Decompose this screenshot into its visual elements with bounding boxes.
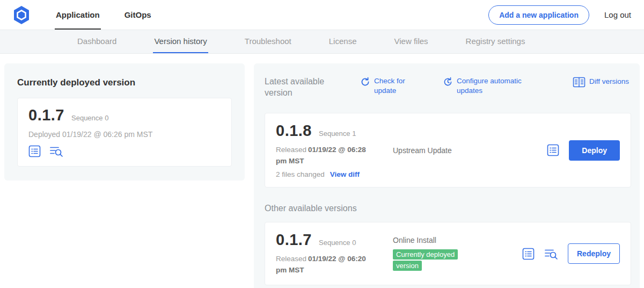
released-label: Released bbox=[276, 146, 306, 154]
top-nav: Application GitOps Add a new application… bbox=[0, 0, 644, 30]
sub-nav: Dashboard Version history Troubleshoot L… bbox=[0, 30, 644, 54]
release-notes-icon[interactable] bbox=[28, 145, 41, 157]
latest-version-card: 0.1.8 Sequence 1 Released01/19/22 @ 06:2… bbox=[265, 113, 631, 188]
latest-version-source: Upstream Update bbox=[393, 146, 547, 155]
other-version-info: 0.1.7 Sequence 0 Released01/19/22 @ 06:2… bbox=[276, 231, 393, 276]
other-version-source: Online Install Currently deployed versio… bbox=[393, 236, 522, 272]
check-for-update-link[interactable]: Check for update bbox=[360, 76, 409, 96]
tab-application[interactable]: Application bbox=[55, 0, 101, 30]
diff-icon bbox=[573, 77, 586, 88]
preview-files-icon[interactable] bbox=[49, 145, 63, 157]
configure-automatic-updates-link[interactable]: Configure automatic updates bbox=[443, 76, 525, 96]
currently-deployed-badge: Currently deployed version bbox=[393, 249, 458, 271]
top-tabs: Application GitOps bbox=[55, 0, 175, 30]
main-content: Currently deployed version 0.1.7 Sequenc… bbox=[0, 54, 644, 288]
deployed-version-card: 0.1.7 Sequence 0 Deployed 01/19/22 @ 06:… bbox=[17, 98, 232, 167]
currently-deployed-panel: Currently deployed version 0.1.7 Sequenc… bbox=[4, 63, 245, 181]
available-versions-panel: Latest available version Check for updat… bbox=[254, 63, 640, 288]
subnav-item-dashboard[interactable]: Dashboard bbox=[76, 30, 118, 53]
deployed-sequence-label: Sequence 0 bbox=[71, 114, 108, 122]
deployed-version-row: 0.1.7 Sequence 0 bbox=[28, 106, 221, 124]
tab-gitops[interactable]: GitOps bbox=[123, 0, 152, 30]
redeploy-button[interactable]: Redeploy bbox=[568, 243, 620, 264]
logout-link[interactable]: Log out bbox=[604, 10, 631, 19]
other-version-number: 0.1.7 bbox=[276, 231, 312, 249]
subnav-item-license[interactable]: License bbox=[328, 30, 358, 53]
latest-sequence-label: Sequence 1 bbox=[319, 129, 356, 138]
check-for-update-label: Check for update bbox=[374, 76, 409, 96]
app-logo[interactable] bbox=[13, 4, 31, 26]
install-type-label: Online Install bbox=[393, 236, 522, 244]
subnav-item-version-history[interactable]: Version history bbox=[153, 30, 208, 53]
add-application-button[interactable]: Add a new application bbox=[488, 5, 589, 25]
diff-versions-label: Diff versions bbox=[589, 77, 629, 87]
other-released-date: Released01/19/22 @ 06:20 pm MST bbox=[276, 254, 375, 276]
released-label: Released bbox=[276, 255, 306, 263]
other-version-card: 0.1.7 Sequence 0 Released01/19/22 @ 06:2… bbox=[265, 222, 631, 285]
release-notes-icon[interactable] bbox=[522, 248, 535, 260]
latest-version-number: 0.1.8 bbox=[276, 122, 312, 140]
deployed-date: Deployed 01/19/22 @ 06:26 pm MST bbox=[28, 130, 221, 139]
schedule-update-icon bbox=[443, 77, 453, 87]
preview-files-icon[interactable] bbox=[544, 248, 558, 260]
latest-released-date: Released01/19/22 @ 06:28 pm MST bbox=[276, 145, 375, 167]
replicated-logo-icon bbox=[13, 5, 30, 25]
badge-wrap: Currently deployed version bbox=[393, 249, 471, 272]
latest-version-info: 0.1.8 Sequence 1 Released01/19/22 @ 06:2… bbox=[276, 122, 393, 179]
latest-card-actions: Deploy bbox=[547, 140, 620, 161]
release-notes-icon[interactable] bbox=[547, 144, 559, 156]
available-versions-header: Latest available version Check for updat… bbox=[265, 76, 631, 99]
refresh-icon bbox=[360, 77, 370, 87]
other-sequence-label: Sequence 0 bbox=[319, 239, 356, 247]
deployed-panel-title: Currently deployed version bbox=[17, 77, 232, 88]
subnav-item-troubleshoot[interactable]: Troubleshoot bbox=[244, 30, 292, 53]
files-changed-label: 2 files changed bbox=[276, 170, 325, 178]
subnav-item-registry-settings[interactable]: Registry settings bbox=[465, 30, 526, 53]
latest-available-title: Latest available version bbox=[265, 76, 345, 99]
view-diff-link[interactable]: View diff bbox=[330, 170, 360, 178]
other-card-actions: Redeploy bbox=[522, 243, 620, 264]
other-versions-title: Other available versions bbox=[265, 204, 631, 213]
configure-updates-label: Configure automatic updates bbox=[457, 76, 525, 96]
subnav-item-view-files[interactable]: View files bbox=[393, 30, 429, 53]
deployed-version-number: 0.1.7 bbox=[28, 106, 64, 124]
diff-versions-link[interactable]: Diff versions bbox=[573, 76, 629, 88]
deploy-button[interactable]: Deploy bbox=[569, 140, 620, 161]
top-nav-right: Add a new application Log out bbox=[488, 5, 631, 25]
deployed-card-actions bbox=[28, 145, 221, 157]
